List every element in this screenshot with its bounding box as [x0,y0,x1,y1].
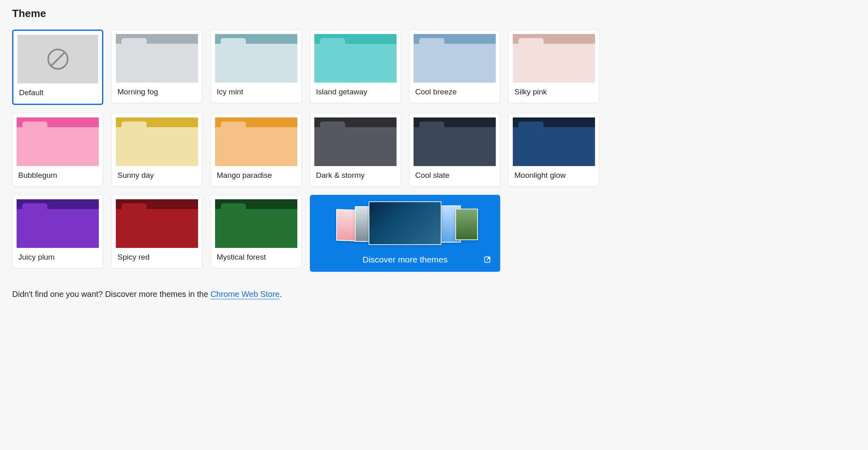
theme-preview-silky-pink [513,34,595,83]
no-symbol-icon [46,47,70,71]
theme-preview-cool-slate [414,117,496,166]
theme-preview-default [17,35,98,83]
theme-label: Island getaway [310,83,401,103]
theme-preview-bubblegum [17,117,99,166]
theme-card-island-getaway[interactable]: Island getaway [310,30,401,103]
theme-card-moonlight-glow[interactable]: Moonlight glow [508,113,599,187]
theme-card-morning-fog[interactable]: Morning fog [111,30,203,103]
theme-card-sunny-day[interactable]: Sunny day [111,113,203,187]
chrome-web-store-link[interactable]: Chrome Web Store [211,290,280,299]
section-title: Theme [12,7,856,20]
theme-card-bubblegum[interactable]: Bubblegum [12,113,103,187]
theme-label: Silky pink [509,83,599,103]
theme-preview-dark-stormy [314,117,397,166]
theme-label: Mystical forest [211,248,301,268]
theme-preview-sunny-day [116,117,198,166]
theme-label: Cool breeze [409,83,500,103]
theme-label: Cool slate [409,166,500,186]
theme-card-spicy-red[interactable]: Spicy red [111,195,203,269]
discover-label: Discover more themes [363,255,448,264]
theme-card-cool-slate[interactable]: Cool slate [409,113,500,187]
discover-more-themes-card[interactable]: Discover more themes [310,195,500,272]
theme-label: Sunny day [112,166,202,186]
theme-card-mango-paradise[interactable]: Mango paradise [211,113,302,187]
theme-card-mystical-forest[interactable]: Mystical forest [211,195,302,269]
theme-preview-spicy-red [116,199,198,248]
svg-line-1 [51,52,65,66]
theme-card-dark-stormy[interactable]: Dark & stormy [310,113,401,187]
theme-preview-mango-paradise [215,117,297,166]
discover-preview-fan [310,195,500,255]
theme-label: Spicy red [112,248,202,268]
theme-label: Bubblegum [13,166,103,186]
footer-text: Didn't find one you want? Discover more … [12,290,856,299]
theme-label: Morning fog [112,83,202,103]
theme-card-default[interactable]: Default [12,30,103,105]
theme-label: Moonlight glow [509,166,599,186]
theme-label: Default [13,83,102,104]
theme-preview-moonlight-glow [513,117,595,166]
theme-label: Juicy plum [13,248,103,268]
theme-label: Icy mint [211,83,301,103]
theme-preview-morning-fog [116,34,198,83]
theme-preview-juicy-plum [17,199,99,248]
theme-label: Mango paradise [211,166,301,186]
theme-preview-island-getaway [314,34,397,83]
footer-prefix: Didn't find one you want? Discover more … [12,290,211,299]
theme-card-juicy-plum[interactable]: Juicy plum [12,195,103,269]
footer-suffix: . [279,290,282,299]
theme-card-cool-breeze[interactable]: Cool breeze [409,30,500,103]
theme-preview-cool-breeze [414,34,496,83]
theme-card-silky-pink[interactable]: Silky pink [508,30,599,103]
theme-preview-icy-mint [215,34,297,83]
external-link-icon [483,256,491,264]
theme-card-icy-mint[interactable]: Icy mint [211,30,302,103]
theme-label: Dark & stormy [310,166,401,186]
theme-preview-mystical-forest [215,199,297,248]
theme-grid: DefaultMorning fogIcy mintIsland getaway… [12,30,856,272]
